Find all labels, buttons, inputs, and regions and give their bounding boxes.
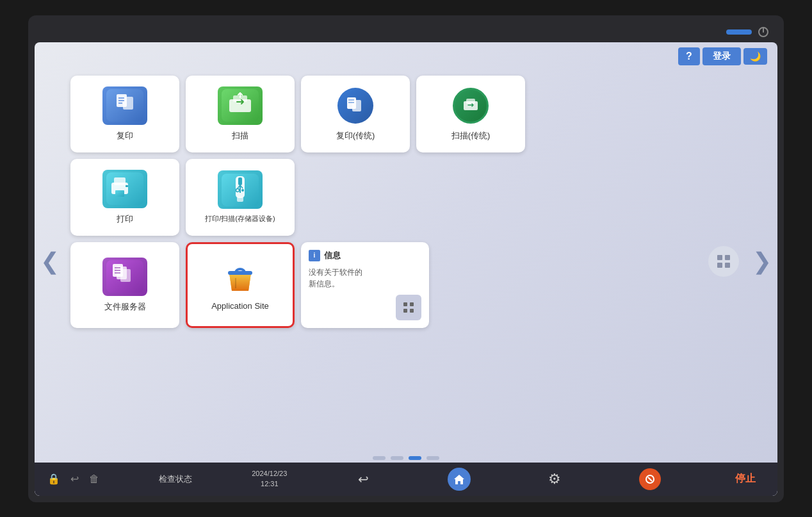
page-indicators	[35, 452, 777, 463]
copy-label: 复印	[117, 130, 133, 142]
copy-tile[interactable]: 复印	[70, 76, 179, 152]
scan-tile[interactable]: 扫描	[186, 76, 295, 152]
datetime: 2024/12/23 12:31	[252, 469, 287, 489]
info-panel: i 信息 没有关于软件的新信息。	[301, 242, 429, 328]
scan-trad-tile[interactable]: 扫描(传统)	[416, 76, 525, 152]
home-button[interactable]	[440, 468, 478, 491]
svg-rect-30	[120, 269, 131, 282]
login-button[interactable]: 登录	[702, 47, 741, 65]
main-content: ❮	[35, 70, 777, 452]
file-tile[interactable]: 文件服务器	[70, 242, 179, 328]
grid-area: 复印	[65, 76, 747, 447]
file-label: 文件服务器	[104, 301, 146, 313]
info-icon: i	[309, 250, 320, 261]
svg-rect-40	[717, 255, 722, 260]
svg-point-25	[241, 189, 244, 192]
svg-rect-37	[410, 302, 414, 306]
usb-icon	[218, 170, 263, 209]
page-dot-3[interactable]	[409, 456, 421, 460]
bottom-left-icons: 🔒 ↩ 🗑	[47, 473, 99, 485]
page-dot-1[interactable]	[373, 456, 386, 460]
print-label: 打印	[117, 213, 133, 225]
grid-row-1: 复印	[70, 76, 742, 152]
svg-rect-23	[238, 177, 242, 185]
svg-rect-26	[237, 197, 243, 202]
svg-rect-3	[123, 97, 133, 110]
scan-icon	[218, 86, 263, 125]
svg-rect-36	[403, 302, 407, 306]
svg-line-45	[648, 477, 652, 481]
info-title: i 信息	[309, 250, 421, 261]
svg-rect-20	[126, 185, 128, 187]
page-dot-2[interactable]	[391, 456, 403, 460]
grid-row-3: 文件服务器	[70, 242, 742, 328]
copy-trad-tile[interactable]: 复印(传统)	[301, 76, 410, 152]
lock-icon: 🔒	[47, 473, 60, 485]
stop-icon	[639, 468, 661, 490]
panel-icon[interactable]	[708, 246, 739, 277]
usb-tile[interactable]: 打印/扫描(存储器设备)	[186, 159, 295, 236]
print-tile[interactable]: 打印	[70, 159, 179, 236]
status-label: 检查状态	[159, 473, 192, 485]
svg-rect-43	[725, 263, 730, 268]
copy-trad-label: 复印(传统)	[336, 130, 375, 142]
copy-icon	[102, 86, 147, 125]
device-frame: ? 登录 🌙 ❮	[28, 15, 784, 502]
scan-trad-label: 扫描(传统)	[451, 130, 491, 142]
svg-rect-38	[403, 309, 407, 313]
svg-rect-34	[228, 271, 252, 275]
blue-indicator	[726, 29, 752, 35]
appsite-tile[interactable]: Application Site	[186, 242, 295, 328]
info-content: 没有关于软件的新信息。	[309, 267, 421, 290]
right-side-panel	[708, 246, 739, 277]
file-icon	[102, 258, 147, 296]
next-arrow[interactable]: ❯	[747, 76, 777, 447]
stop-label: 停止	[735, 472, 756, 486]
stop-label-btn[interactable]: 停止	[726, 472, 765, 486]
svg-rect-15	[466, 99, 475, 104]
svg-rect-41	[725, 255, 730, 260]
header-bar: ? 登录 🌙	[35, 42, 777, 70]
usb-label: 打印/扫描(存储器设备)	[205, 214, 275, 224]
settings-icon: ⚙	[548, 471, 561, 488]
prev-arrow[interactable]: ❮	[35, 76, 65, 447]
arrow-icon: ↩	[70, 473, 79, 485]
scan-label: 扫描	[232, 130, 248, 142]
top-bar	[35, 22, 777, 42]
power-icon	[756, 24, 771, 40]
moon-button[interactable]: 🌙	[743, 48, 767, 65]
back-button[interactable]: ↩	[344, 472, 382, 487]
appsite-icon	[220, 259, 261, 296]
stop-button[interactable]	[631, 468, 669, 490]
svg-rect-19	[115, 190, 124, 197]
help-button[interactable]: ?	[678, 47, 700, 65]
svg-rect-11	[352, 100, 361, 111]
status-button[interactable]: 检查状态	[156, 473, 195, 485]
settings-button[interactable]: ⚙	[535, 471, 574, 488]
trash-icon: 🗑	[89, 473, 99, 485]
grid-row-2: 打印	[70, 159, 742, 236]
appsite-label: Application Site	[211, 301, 269, 311]
print-icon	[102, 170, 147, 208]
svg-rect-39	[410, 309, 414, 313]
home-icon	[448, 468, 471, 491]
grid-btn[interactable]	[396, 295, 421, 320]
bottom-bar: 🔒 ↩ 🗑 检查状态 2024/12/23 12:31 ↩	[35, 463, 777, 496]
screen: ? 登录 🌙 ❮	[35, 42, 777, 496]
copy-trad-icon	[336, 86, 375, 125]
svg-rect-42	[717, 263, 722, 268]
scan-trad-icon	[451, 86, 490, 125]
page-dot-4[interactable]	[426, 456, 439, 460]
